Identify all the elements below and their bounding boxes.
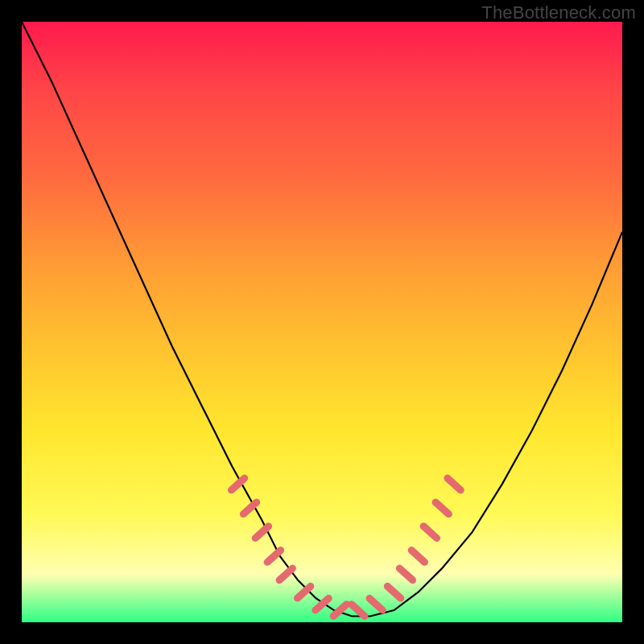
curve-marker xyxy=(399,568,412,580)
curve-marker xyxy=(352,605,365,617)
plot-area xyxy=(22,22,622,622)
marker-group xyxy=(231,478,460,616)
curve-marker xyxy=(267,551,280,563)
chart-frame: TheBottleneck.com xyxy=(0,0,644,644)
curve-marker xyxy=(297,586,310,598)
curve-svg xyxy=(22,22,622,622)
bottleneck-curve-path xyxy=(22,22,622,617)
curve-marker xyxy=(448,478,460,490)
watermark-text: TheBottleneck.com xyxy=(481,2,636,23)
curve-marker xyxy=(436,502,448,514)
curve-marker xyxy=(231,478,244,490)
curve-marker xyxy=(387,586,400,598)
curve-marker xyxy=(369,598,382,610)
curve-marker xyxy=(255,526,268,539)
curve-marker xyxy=(243,502,256,514)
curve-marker xyxy=(411,551,424,563)
curve-marker xyxy=(279,568,292,580)
curve-marker xyxy=(423,526,436,539)
